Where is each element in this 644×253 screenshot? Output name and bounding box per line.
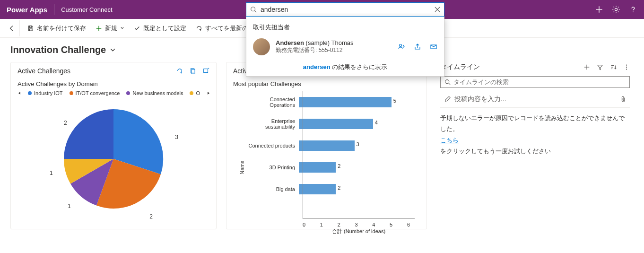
add-icon[interactable]	[595, 5, 603, 14]
chevron-down-icon[interactable]	[110, 47, 116, 53]
records-icon[interactable]	[190, 68, 196, 74]
result-text: Andersen (sample) Thomas 勤務先電話番号: 555-01…	[276, 39, 392, 54]
refresh-icon	[196, 25, 202, 32]
pie-value: 2	[64, 120, 67, 126]
email-icon[interactable]	[430, 43, 437, 51]
legend-prev-icon[interactable]	[17, 91, 21, 95]
y-axis-label: Name	[239, 160, 245, 174]
pie-value: 2	[149, 213, 153, 220]
gear-icon[interactable]	[612, 5, 620, 14]
svg-rect-11	[29, 28, 32, 30]
global-search: 取引先担当者 Andersen (sample) Thomas 勤務先電話番号:…	[246, 2, 444, 77]
timeline-search[interactable]	[440, 76, 630, 88]
search-dropdown: 取引先担当者 Andersen (sample) Thomas 勤務先電話番号:…	[246, 17, 444, 77]
svg-line-29	[449, 83, 450, 85]
avatar	[253, 38, 270, 55]
timeline-title: タイムライン	[440, 63, 583, 71]
svg-point-27	[626, 69, 627, 70]
retry-link[interactable]: こちら	[440, 137, 459, 144]
divider	[54, 4, 54, 15]
svg-point-26	[626, 67, 627, 68]
axis-tick: 6	[407, 222, 410, 227]
plus-icon	[96, 25, 102, 32]
bar-category: Enterprise sustainability	[244, 118, 299, 130]
filter-icon[interactable]	[597, 64, 603, 70]
pie-value: 1	[50, 170, 53, 176]
save-icon	[27, 25, 34, 32]
bar-category: Big data	[244, 186, 299, 192]
help-icon[interactable]	[629, 5, 637, 14]
legend-item[interactable]: New business models	[126, 90, 183, 96]
timeline-post-input[interactable]: 投稿内容を入力...	[440, 91, 630, 108]
share-icon[interactable]	[414, 43, 421, 51]
card-active-challenges-bar: Active Challenges Most popular Challenge…	[226, 62, 427, 229]
x-axis-label: 合計 (Number of ideas)	[303, 228, 415, 235]
svg-point-2	[615, 8, 617, 10]
search-icon	[250, 6, 257, 13]
legend-item[interactable]: Industry IOT	[28, 90, 63, 96]
axis-tick: 0	[303, 222, 305, 227]
chevron-down-icon	[120, 26, 124, 30]
svg-point-25	[626, 64, 627, 65]
app-subtitle: Customer Connect	[61, 6, 112, 13]
svg-point-4	[251, 7, 255, 11]
axis-tick: 4	[372, 222, 375, 227]
bar-category: Connected products	[244, 143, 299, 148]
svg-point-28	[445, 80, 449, 84]
pie-chart: 3 2 1 1 2	[54, 100, 173, 218]
axis-tick: 5	[390, 222, 392, 227]
timeline-search-input[interactable]	[453, 79, 626, 86]
bar-chart: Name Connected Operations5Enterprise sus…	[235, 91, 415, 219]
svg-rect-10	[29, 26, 31, 27]
clear-icon[interactable]	[435, 7, 440, 12]
chart-subtitle: Most popular Challenges	[233, 80, 420, 87]
axis-tick: 2	[338, 222, 340, 227]
timeline-error: 予期しないエラーが原因でレコードを読み込むことができませんでした。 こちら をク…	[436, 113, 634, 157]
more-icon[interactable]	[623, 64, 630, 70]
new-button[interactable]: 新規	[92, 21, 128, 36]
search-icon	[444, 79, 451, 85]
expand-icon[interactable]	[203, 68, 209, 74]
card-timeline: タイムライン 投稿内容を入力... 予期しないエラーが原因でレコードを読み込むこ…	[436, 62, 634, 229]
edit-icon	[444, 96, 451, 103]
legend-item[interactable]: IT/OT convergence	[70, 90, 120, 96]
bar-category: Connected Operations	[244, 96, 299, 108]
save-as-button[interactable]: 名前を付けて保存	[24, 21, 90, 36]
axis-tick: 1	[320, 222, 323, 227]
refresh-all-button[interactable]: すべてを最新の	[192, 21, 252, 36]
chart-subtitle: Active Challenges by Domain	[17, 80, 209, 87]
axis-tick: 3	[355, 222, 357, 227]
back-button[interactable]	[4, 20, 20, 36]
pie-value: 3	[175, 134, 178, 140]
search-box[interactable]	[246, 2, 444, 17]
svg-point-3	[633, 11, 634, 12]
set-default-button[interactable]: 既定として設定	[130, 21, 190, 36]
refresh-icon[interactable]	[176, 68, 183, 74]
search-input[interactable]	[261, 6, 431, 13]
page-title: Innovation Challenge	[10, 44, 106, 55]
attachment-icon[interactable]	[620, 96, 626, 103]
app-title: Power Apps	[7, 6, 47, 14]
legend-next-icon[interactable]	[207, 91, 210, 95]
search-result-row[interactable]: Andersen (sample) Thomas 勤務先電話番号: 555-01…	[246, 35, 444, 58]
assign-icon[interactable]	[398, 43, 405, 51]
pie-value: 1	[68, 203, 71, 209]
svg-line-5	[255, 11, 257, 13]
sort-icon[interactable]	[610, 64, 617, 70]
legend-item[interactable]: O	[190, 90, 200, 96]
search-section-label: 取引先担当者	[246, 21, 444, 35]
card-active-challenges-pie: Active Challenges Active Challenges by D…	[10, 62, 217, 229]
svg-point-8	[400, 44, 402, 47]
card-title: Active Challenges	[17, 67, 176, 75]
pie-legend: Industry IOT IT/OT convergence New busin…	[17, 90, 209, 96]
add-icon[interactable]	[583, 64, 590, 70]
svg-rect-16	[204, 69, 208, 73]
search-show-more[interactable]: andersen の結果をさらに表示	[246, 58, 444, 73]
bar-category: 3D Printing	[244, 165, 299, 170]
check-icon	[134, 25, 140, 32]
